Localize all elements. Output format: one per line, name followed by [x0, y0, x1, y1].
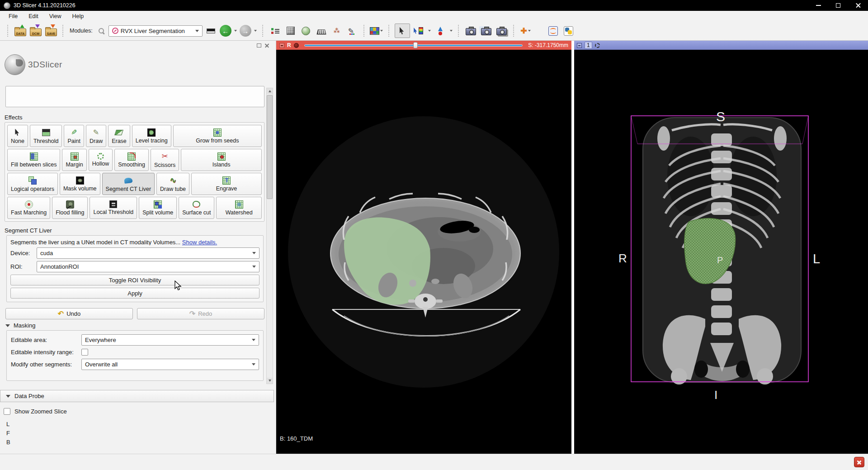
- python-console-button[interactable]: [562, 24, 576, 38]
- models-button[interactable]: [299, 24, 313, 38]
- volume-rendering-button[interactable]: [284, 24, 297, 38]
- slice-pin-icon[interactable]: [294, 43, 299, 48]
- menu-view[interactable]: View: [44, 12, 66, 20]
- module-history-button[interactable]: [204, 24, 218, 38]
- extensions-button[interactable]: ✚: [519, 24, 533, 38]
- toolbar-grip[interactable]: [7, 25, 9, 37]
- effect-button-fill-between-slices[interactable]: Fill between slices: [7, 149, 60, 171]
- maximize-button[interactable]: [828, 0, 848, 11]
- import-dicom-button[interactable]: DCM: [29, 24, 42, 38]
- modify-other-segments-combobox[interactable]: Overwrite all: [81, 359, 259, 370]
- threed-collapse-button[interactable]: [577, 43, 582, 48]
- panel-close-icon[interactable]: [264, 43, 269, 48]
- editable-intensity-checkbox[interactable]: [81, 349, 88, 356]
- close-button[interactable]: [848, 0, 868, 11]
- effect-button-paint[interactable]: Paint: [64, 125, 84, 147]
- slice-view-header: R S: -317.1750mm: [276, 41, 571, 50]
- show-details-link[interactable]: Show details.: [182, 239, 217, 245]
- effect-button-smoothing[interactable]: Smoothing: [114, 149, 149, 171]
- effect-button-margin[interactable]: Margin: [62, 149, 86, 171]
- menu-file[interactable]: File: [4, 12, 23, 20]
- slider-handle[interactable]: [413, 42, 418, 48]
- device-combobox[interactable]: cuda: [37, 247, 259, 259]
- jupyter-button[interactable]: [547, 24, 560, 38]
- toolbar-grip[interactable]: [513, 25, 515, 37]
- annotate-button[interactable]: [345, 24, 359, 38]
- effect-button-fast-marching[interactable]: Fast Marching: [7, 197, 50, 219]
- slice-offset-slider[interactable]: [304, 42, 523, 48]
- menu-edit[interactable]: Edit: [24, 12, 43, 20]
- effect-button-level-tracing[interactable]: Level tracing: [132, 125, 171, 147]
- module-forward-button[interactable]: [240, 25, 251, 37]
- toggle-roi-visibility-button[interactable]: Toggle ROI Visibility: [10, 275, 259, 285]
- screenshot-button[interactable]: [464, 24, 478, 38]
- toolbar-grip[interactable]: [62, 25, 64, 37]
- mouse-interaction-button[interactable]: [395, 24, 410, 38]
- effect-button-threshold[interactable]: Threshold: [30, 125, 62, 147]
- volume-rendering[interactable]: S R L I P: [574, 50, 868, 454]
- effect-button-mask-volume[interactable]: Mask volume: [60, 173, 100, 195]
- back-history-arrow-icon[interactable]: [234, 30, 237, 32]
- masking-section-header[interactable]: Masking: [5, 322, 35, 329]
- scroll-up-button[interactable]: [267, 88, 273, 94]
- module-back-button[interactable]: [220, 25, 231, 37]
- effect-button-logical-operators[interactable]: Logical operators: [7, 173, 58, 195]
- layout-selector-button[interactable]: [370, 24, 384, 38]
- chevron-down-icon: [252, 252, 256, 254]
- toolbar-grip[interactable]: [262, 25, 264, 37]
- roi-combobox[interactable]: AnnotationROI: [37, 261, 259, 272]
- scroll-down-button[interactable]: [267, 378, 273, 384]
- scene-view-button[interactable]: [480, 24, 493, 38]
- slice-collapse-button[interactable]: [279, 43, 284, 48]
- restore-scene-view-button[interactable]: [495, 24, 509, 38]
- module-selector[interactable]: RVX Liver Segmentation: [108, 25, 203, 37]
- minimize-button[interactable]: [808, 0, 828, 11]
- forward-history-arrow-icon[interactable]: [254, 30, 257, 32]
- ct-axial-image[interactable]: [276, 50, 571, 454]
- panel-scrollbar[interactable]: [266, 88, 273, 384]
- mesh-button[interactable]: [315, 24, 328, 38]
- error-log-close-button[interactable]: [854, 457, 864, 467]
- segment-list-box[interactable]: [5, 86, 264, 107]
- show-module-hierarchy-button[interactable]: [269, 24, 282, 38]
- effect-button-draw-tube[interactable]: Draw tube: [156, 173, 189, 195]
- toolbar-grip[interactable]: [458, 25, 460, 37]
- effect-button-engrave[interactable]: Engrave: [191, 173, 262, 195]
- threed-view[interactable]: 1: [574, 41, 868, 454]
- toolbar-grip[interactable]: [363, 25, 365, 37]
- effect-button-grow-from-seeds[interactable]: Grow from seeds: [173, 125, 262, 147]
- data-probe-header[interactable]: Data Probe: [0, 390, 274, 402]
- effect-button-cursor[interactable]: None: [7, 125, 28, 147]
- undo-button[interactable]: ↶ Undo: [5, 308, 133, 319]
- roi-label: ROI:: [10, 263, 34, 270]
- menu-help[interactable]: Help: [67, 12, 89, 20]
- effect-button-local-threshold[interactable]: Local Threshold: [90, 197, 137, 219]
- transforms-button[interactable]: ⁂: [330, 24, 344, 38]
- scrollbar-thumb[interactable]: [267, 95, 273, 199]
- effect-button-segment-ct-liver[interactable]: Segment CT Liver: [102, 173, 155, 195]
- effect-button-split-volume[interactable]: Split volume: [139, 197, 177, 219]
- toolbar-grip[interactable]: [388, 25, 390, 37]
- red-slice-view[interactable]: R S: -317.1750mm: [276, 41, 571, 454]
- view-options-icon[interactable]: [595, 43, 600, 48]
- module-search-icon[interactable]: [98, 28, 105, 34]
- effect-button-surface-cut[interactable]: Surface cut: [179, 197, 214, 219]
- apply-button[interactable]: Apply: [10, 288, 259, 299]
- effect-button-draw[interactable]: Draw: [86, 125, 106, 147]
- place-point-button[interactable]: [434, 24, 447, 38]
- save-button[interactable]: SAVE: [44, 24, 58, 38]
- effect-button-erase[interactable]: Erase: [108, 125, 130, 147]
- panel-float-icon[interactable]: [257, 43, 261, 47]
- effect-button-scissors[interactable]: Scissors: [151, 149, 179, 171]
- editable-area-combobox[interactable]: Everywhere: [81, 334, 259, 346]
- window-level-button[interactable]: [412, 24, 425, 38]
- effect-button-flood-filling[interactable]: Flood filling: [52, 197, 88, 219]
- show-zoomed-slice-checkbox[interactable]: [4, 408, 10, 415]
- effect-button-watershed[interactable]: Watershed: [216, 197, 262, 219]
- effect-button-islands[interactable]: Islands: [181, 149, 262, 171]
- chevron-down-icon[interactable]: [450, 30, 453, 32]
- redo-button[interactable]: ↷ Redo: [137, 308, 264, 319]
- effect-button-hollow[interactable]: Hollow: [89, 149, 113, 171]
- load-data-button[interactable]: DATA: [14, 24, 27, 38]
- chevron-down-icon[interactable]: [428, 30, 431, 32]
